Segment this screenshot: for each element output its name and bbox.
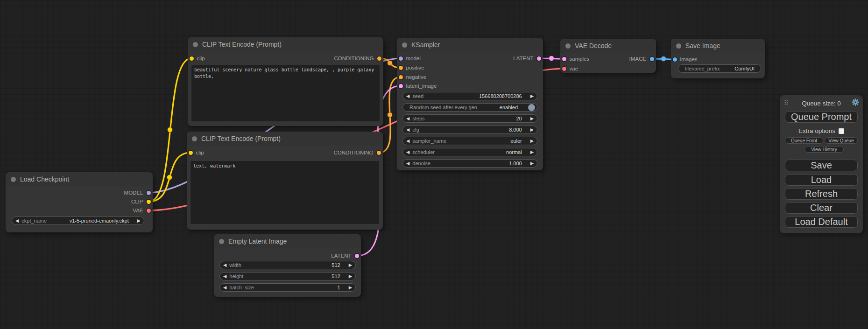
load-button[interactable]: Load xyxy=(785,174,858,186)
input-negative[interactable]: negative xyxy=(399,73,426,81)
clip-port-icon[interactable] xyxy=(190,56,194,61)
image-port-icon[interactable] xyxy=(673,57,677,62)
node-title-bar[interactable]: CLIP Text Encode (Prompt) xyxy=(187,132,383,146)
widget-denoise[interactable]: ◀ denoise 1.000 ▶ xyxy=(402,159,537,168)
collapse-dot-icon[interactable] xyxy=(676,43,681,49)
toggle-icon[interactable] xyxy=(528,104,535,111)
decrement-arrow-icon[interactable]: ◀ xyxy=(15,218,19,223)
node-clip-text-encode-positive[interactable]: CLIP Text Encode (Prompt) clip CONDITION… xyxy=(188,37,383,126)
increment-arrow-icon[interactable]: ▶ xyxy=(349,274,352,279)
widget-width[interactable]: ◀ width 512 ▶ xyxy=(219,261,356,269)
widget-cfg[interactable]: ◀ cfg 8.000 ▶ xyxy=(402,126,537,134)
clear-button[interactable]: Clear xyxy=(785,202,858,214)
conditioning-port-icon[interactable] xyxy=(377,151,381,155)
input-vae[interactable]: vae xyxy=(562,65,579,72)
increment-arrow-icon[interactable]: ▶ xyxy=(530,161,534,166)
prompt-textarea[interactable]: text, watermark xyxy=(191,161,379,224)
vae-port-icon[interactable] xyxy=(147,209,151,213)
decrement-arrow-icon[interactable]: ◀ xyxy=(406,127,409,132)
conditioning-port-icon[interactable] xyxy=(399,66,403,70)
increment-arrow-icon[interactable]: ▶ xyxy=(137,218,141,223)
collapse-dot-icon[interactable] xyxy=(193,42,198,47)
widget-random-seed[interactable]: Random seed after every gen enabled xyxy=(402,103,537,112)
decrement-arrow-icon[interactable]: ◀ xyxy=(406,116,409,121)
extra-options-checkbox[interactable] xyxy=(839,128,844,134)
model-port-icon[interactable] xyxy=(147,191,151,195)
node-title-bar[interactable]: Empty Latent Image xyxy=(214,234,361,248)
node-title-bar[interactable]: CLIP Text Encode (Prompt) xyxy=(188,37,383,51)
widget-steps[interactable]: ◀ steps 20 ▶ xyxy=(402,114,537,123)
output-image[interactable]: IMAGE xyxy=(629,55,654,63)
output-clip[interactable]: CLIP xyxy=(131,198,151,205)
conditioning-port-icon[interactable] xyxy=(399,75,403,79)
vae-port-icon[interactable] xyxy=(562,67,566,71)
output-vae[interactable]: VAE xyxy=(133,207,150,214)
image-port-icon[interactable] xyxy=(650,57,654,61)
widget-batch-size[interactable]: ◀ batch_size 1 ▶ xyxy=(219,283,356,292)
increment-arrow-icon[interactable]: ▶ xyxy=(530,94,534,98)
increment-arrow-icon[interactable]: ▶ xyxy=(349,285,352,290)
decrement-arrow-icon[interactable]: ◀ xyxy=(223,263,226,267)
output-latent[interactable]: LATENT xyxy=(513,55,541,62)
increment-arrow-icon[interactable]: ▶ xyxy=(530,150,534,154)
refresh-button[interactable]: Refresh xyxy=(785,188,858,200)
node-title-bar[interactable]: KSampler xyxy=(397,38,543,52)
node-clip-text-encode-negative[interactable]: CLIP Text Encode (Prompt) clip CONDITION… xyxy=(187,132,383,230)
output-model[interactable]: MODEL xyxy=(124,189,151,196)
latent-port-icon[interactable] xyxy=(399,84,403,88)
node-load-checkpoint[interactable]: Load Checkpoint MODEL CLIP VAE ◀ ckpt_na… xyxy=(6,172,153,232)
load-default-button[interactable]: Load Default xyxy=(785,216,858,228)
prompt-textarea[interactable]: beautiful scenery nature glass bottle la… xyxy=(191,65,380,121)
increment-arrow-icon[interactable]: ▶ xyxy=(530,116,534,121)
input-samples[interactable]: samples xyxy=(562,55,590,63)
node-ksampler[interactable]: KSampler model positive negative latent_… xyxy=(397,38,543,170)
decrement-arrow-icon[interactable]: ◀ xyxy=(406,139,409,143)
input-latent-image[interactable]: latent_image xyxy=(399,82,437,90)
widget-ckpt-name[interactable]: ◀ ckpt_name v1-5-pruned-emaonly.ckpt ▶ xyxy=(12,217,144,225)
decrement-arrow-icon[interactable]: ◀ xyxy=(406,161,409,166)
collapse-dot-icon[interactable] xyxy=(565,43,571,49)
node-title-bar[interactable]: Save Image xyxy=(671,39,765,53)
output-latent[interactable]: LATENT xyxy=(331,252,359,259)
view-queue-button[interactable]: View Queue xyxy=(825,137,858,144)
increment-arrow-icon[interactable]: ▶ xyxy=(530,139,534,143)
output-conditioning[interactable]: CONDITIONING xyxy=(334,55,381,62)
increment-arrow-icon[interactable]: ▶ xyxy=(530,127,534,132)
latent-port-icon[interactable] xyxy=(562,57,566,61)
clip-port-icon[interactable] xyxy=(189,151,193,155)
output-conditioning[interactable]: CONDITIONING xyxy=(334,149,381,156)
widget-seed[interactable]: ◀ seed 156680208700286 ▶ xyxy=(402,92,537,100)
model-port-icon[interactable] xyxy=(399,56,403,61)
latent-port-icon[interactable] xyxy=(355,254,359,258)
input-clip[interactable]: clip xyxy=(189,149,204,156)
collapse-dot-icon[interactable] xyxy=(402,42,407,48)
node-empty-latent-image[interactable]: Empty Latent Image LATENT ◀ width 512 ▶ … xyxy=(214,234,361,297)
node-vae-decode[interactable]: VAE Decode samples vae IMAGE xyxy=(560,39,656,73)
latent-port-icon[interactable] xyxy=(537,56,541,61)
node-title-bar[interactable]: Load Checkpoint xyxy=(6,172,153,186)
conditioning-port-icon[interactable] xyxy=(377,56,381,61)
save-button[interactable]: Save xyxy=(785,160,858,171)
queue-front-button[interactable]: Queue Front xyxy=(785,137,823,144)
view-history-button[interactable]: View History xyxy=(804,146,844,153)
collapse-dot-icon[interactable] xyxy=(219,239,224,244)
widget-height[interactable]: ◀ height 512 ▶ xyxy=(219,272,356,280)
node-save-image[interactable]: Save Image images filename_prefix ComfyU… xyxy=(671,39,765,78)
increment-arrow-icon[interactable]: ▶ xyxy=(349,263,352,267)
collapse-dot-icon[interactable] xyxy=(11,177,16,182)
input-model[interactable]: model xyxy=(399,55,421,62)
settings-gear-icon[interactable] xyxy=(852,98,859,107)
input-clip[interactable]: clip xyxy=(190,55,205,62)
decrement-arrow-icon[interactable]: ◀ xyxy=(406,94,409,98)
decrement-arrow-icon[interactable]: ◀ xyxy=(223,285,226,290)
input-images[interactable]: images xyxy=(673,56,698,63)
widget-scheduler[interactable]: ◀ scheduler normal ▶ xyxy=(402,148,537,156)
decrement-arrow-icon[interactable]: ◀ xyxy=(406,150,409,154)
clip-port-icon[interactable] xyxy=(147,200,151,204)
input-positive[interactable]: positive xyxy=(399,64,424,71)
queue-prompt-button[interactable]: Queue Prompt xyxy=(785,111,858,123)
collapse-dot-icon[interactable] xyxy=(192,136,197,141)
decrement-arrow-icon[interactable]: ◀ xyxy=(223,274,226,279)
node-title-bar[interactable]: VAE Decode xyxy=(560,39,656,53)
widget-filename-prefix[interactable]: filename_prefix ComfyUI xyxy=(678,64,761,73)
